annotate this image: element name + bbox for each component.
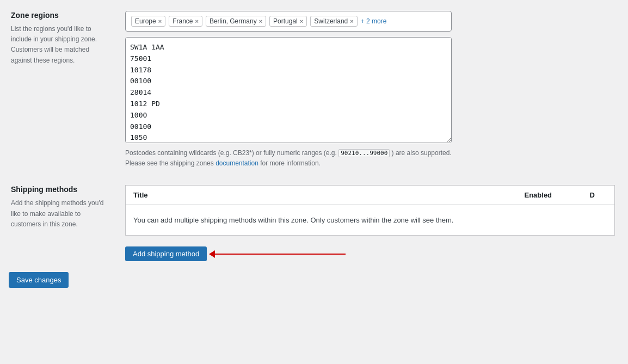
page-wrapper: Zone regions List the regions you'd like… (0, 0, 628, 364)
shipping-methods-left: Shipping methods Add the shipping method… (0, 185, 120, 236)
postcodes-textarea[interactable]: SW1A 1AA 75001 10178 00100 28014 1012 PD… (125, 37, 452, 143)
region-tags-box[interactable]: Europe × France × Berlin, Germany × Port… (125, 11, 452, 32)
tag-europe-remove[interactable]: × (158, 18, 162, 24)
enabled-column-header: Enabled (517, 186, 582, 205)
arrow-indicator (209, 250, 346, 258)
methods-table-wrapper: Title Enabled D You can add multiple shi… (125, 185, 615, 236)
table-header: Title Enabled D (126, 186, 615, 205)
tag-portugal: Portugal × (269, 16, 307, 27)
tag-berlin-label: Berlin, Germany (210, 17, 257, 25)
empty-methods-message: You can add multiple shipping methods wi… (126, 205, 615, 236)
postcodes-hint: Postcodes containing wildcards (e.g. CB2… (125, 148, 452, 169)
zone-regions-left: Zone regions List the regions you'd like… (0, 11, 120, 169)
save-changes-button[interactable]: Save changes (9, 272, 69, 288)
tag-berlin-germany: Berlin, Germany × (206, 16, 266, 27)
zone-regions-title: Zone regions (11, 11, 109, 20)
tag-france: France × (169, 16, 202, 27)
tag-france-label: France (173, 17, 193, 25)
zone-regions-description: List the regions you'd like to include i… (11, 24, 109, 66)
more-tags-link[interactable]: + 2 more (361, 17, 387, 25)
arrow-line (215, 254, 346, 255)
zone-regions-right: Europe × France × Berlin, Germany × Port… (120, 11, 628, 169)
save-row: Save changes (0, 272, 628, 288)
table-body: You can add multiple shipping methods wi… (126, 205, 615, 236)
tag-switzerland-label: Switzerland (314, 17, 348, 25)
shipping-methods-description: Add the shipping methods you'd like to m… (11, 198, 109, 230)
documentation-link[interactable]: documentation (216, 159, 258, 167)
tag-europe: Europe × (131, 16, 165, 27)
tag-portugal-remove[interactable]: × (300, 18, 303, 24)
shipping-methods-table: Title Enabled D You can add multiple shi… (125, 185, 615, 236)
add-method-row: Add shipping method (0, 246, 628, 261)
shipping-methods-section: Shipping methods Add the shipping method… (0, 185, 628, 236)
tag-switzerland-remove[interactable]: × (350, 18, 353, 24)
d-column-header: D (582, 186, 615, 205)
shipping-methods-title: Shipping methods (11, 185, 109, 194)
tag-portugal-label: Portugal (273, 17, 298, 25)
table-header-row: Title Enabled D (126, 186, 615, 205)
zone-regions-section: Zone regions List the regions you'd like… (0, 11, 628, 169)
tag-europe-label: Europe (135, 17, 156, 25)
shipping-methods-right: Title Enabled D You can add multiple shi… (120, 185, 628, 236)
title-column-header: Title (126, 186, 517, 205)
tag-switzerland: Switzerland × (310, 16, 357, 27)
tag-france-remove[interactable]: × (195, 18, 199, 24)
postcode-range-code: 90210...99000 (338, 149, 390, 157)
arrow-head (209, 250, 215, 258)
tag-berlin-remove[interactable]: × (259, 18, 262, 24)
postcodes-container: SW1A 1AA 75001 10178 00100 28014 1012 PD… (125, 37, 617, 169)
empty-methods-row: You can add multiple shipping methods wi… (126, 205, 615, 236)
add-shipping-method-button[interactable]: Add shipping method (125, 246, 207, 261)
